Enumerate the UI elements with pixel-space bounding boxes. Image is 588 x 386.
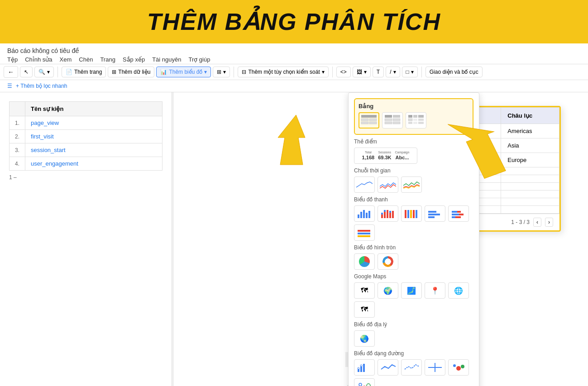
timeseries-icons-row bbox=[354, 176, 473, 193]
menu-item-chinhsua[interactable]: Chỉnh sửa bbox=[25, 56, 52, 63]
table-row: 3. session_start bbox=[10, 143, 163, 157]
cursor-button[interactable]: ↖ bbox=[20, 67, 33, 77]
timeseries-icon-2[interactable] bbox=[378, 176, 398, 193]
separator-2 bbox=[234, 67, 234, 77]
timeseries-svg-2 bbox=[380, 180, 396, 189]
line-button[interactable]: / ▾ bbox=[386, 67, 400, 77]
back-button[interactable]: ← bbox=[4, 66, 18, 78]
timeseries-icon-1[interactable] bbox=[354, 176, 375, 193]
map-icon-3[interactable]: 🗾 bbox=[401, 282, 422, 299]
svg-rect-4 bbox=[369, 122, 377, 124]
svg-rect-7 bbox=[385, 119, 392, 121]
more-options-button[interactable]: ⊞ ▾ bbox=[213, 67, 230, 77]
row-num-4: 4. bbox=[10, 157, 25, 171]
table-icon-1[interactable] bbox=[359, 112, 379, 129]
bar-svg-1 bbox=[357, 208, 372, 219]
add-chart-button[interactable]: 📊 Thêm biểu đồ ▾ bbox=[156, 67, 211, 77]
geo-icon-1[interactable]: 🌏 bbox=[354, 330, 375, 347]
line-icon-2[interactable] bbox=[378, 359, 398, 376]
menu-item-tep[interactable]: Tệp bbox=[7, 56, 18, 63]
menu-item-trang[interactable]: Trang bbox=[100, 56, 115, 63]
svg-point-54 bbox=[360, 365, 362, 367]
bar-icon-6[interactable] bbox=[354, 224, 375, 241]
pie-icon-1[interactable] bbox=[354, 253, 375, 270]
svg-rect-15 bbox=[413, 119, 417, 121]
result-empty-cell-2 bbox=[501, 167, 559, 175]
menu-item-trogiup[interactable]: Trợ giúp bbox=[188, 56, 210, 63]
svg-rect-52 bbox=[363, 364, 365, 372]
svg-rect-36 bbox=[413, 210, 415, 218]
shape-icon: □ bbox=[406, 69, 409, 75]
map-icon-6[interactable]: 🗺 bbox=[354, 301, 375, 318]
add-page-button[interactable]: 📄 Thêm trang bbox=[62, 67, 106, 77]
svg-rect-13 bbox=[418, 115, 424, 118]
separator-4 bbox=[421, 67, 422, 77]
svg-rect-29 bbox=[387, 210, 388, 218]
svg-point-53 bbox=[358, 367, 359, 369]
separator-1 bbox=[57, 67, 58, 77]
bar-svg-5 bbox=[451, 208, 466, 219]
shape-button[interactable]: □ ▾ bbox=[402, 67, 418, 77]
code-button[interactable]: <> bbox=[336, 67, 351, 77]
svg-rect-19 bbox=[418, 122, 424, 124]
report-title: Báo cáo không có tiêu đề bbox=[7, 47, 581, 54]
menu-item-sapxep[interactable]: Sắp xếp bbox=[123, 56, 145, 63]
bang-title: Bảng bbox=[359, 103, 469, 110]
line-icon-6[interactable] bbox=[354, 378, 375, 386]
svg-point-58 bbox=[456, 366, 461, 371]
scorecard-section-title: Thẻ điểm bbox=[354, 138, 473, 145]
add-chart-label: Thêm biểu đồ bbox=[169, 69, 202, 75]
image-button[interactable]: 🖼 ▾ bbox=[353, 67, 371, 77]
theme-button[interactable]: Giao diện và bố cục bbox=[425, 67, 483, 77]
add-control-button[interactable]: ⊟ Thêm một tùy chọn kiểm soát ▾ bbox=[238, 67, 328, 77]
line-icon-5[interactable] bbox=[448, 359, 469, 376]
result-empty-cell-10 bbox=[501, 198, 559, 206]
menu-item-tainguyen[interactable]: Tài nguyên bbox=[152, 56, 181, 63]
result-cell-3-2: Europe bbox=[501, 153, 559, 167]
add-data-button[interactable]: ⊞ Thêm dữ liệu bbox=[108, 67, 154, 77]
geo-icons-row: 🌏 bbox=[354, 330, 473, 347]
table-row: 4. user_engagement bbox=[10, 157, 163, 171]
table-grid-icon-3 bbox=[408, 114, 424, 126]
line-svg-4 bbox=[427, 362, 443, 373]
result-empty-cell-6 bbox=[501, 183, 559, 191]
map-icon-2[interactable]: 🌍 bbox=[378, 282, 398, 299]
timeseries-svg-3 bbox=[403, 180, 420, 189]
table-icon-2[interactable] bbox=[382, 112, 403, 129]
bar-icon-4[interactable] bbox=[425, 205, 445, 222]
timeseries-icon-3[interactable] bbox=[401, 176, 422, 193]
svg-rect-33 bbox=[405, 210, 406, 218]
bar-icon-3[interactable] bbox=[401, 205, 422, 222]
svg-point-62 bbox=[367, 384, 370, 386]
pagination-next-button[interactable]: › bbox=[545, 218, 553, 227]
bar-icon-5[interactable] bbox=[448, 205, 469, 222]
line-svg-3 bbox=[404, 362, 419, 373]
map-icon-5[interactable]: 🌐 bbox=[448, 282, 469, 299]
donut-icon-1[interactable] bbox=[378, 253, 398, 270]
event-table: Tên sự kiện 1. page_view 2. first_visit … bbox=[9, 101, 163, 171]
svg-point-59 bbox=[461, 365, 464, 368]
filter-label[interactable]: + Thêm bộ lọc nhanh bbox=[16, 83, 67, 89]
line-icon-4[interactable] bbox=[425, 359, 445, 376]
svg-point-60 bbox=[359, 383, 362, 386]
svg-rect-6 bbox=[393, 115, 400, 118]
text-button[interactable]: T bbox=[373, 67, 384, 77]
map-icon-1[interactable]: 🗺 bbox=[354, 282, 375, 299]
donut-chart-display bbox=[382, 256, 393, 267]
menu-item-xem[interactable]: Xem bbox=[60, 56, 72, 63]
pagination-prev-button[interactable]: ‹ bbox=[533, 218, 541, 227]
result-cell-1-2: Americas bbox=[501, 124, 559, 138]
svg-rect-48 bbox=[358, 233, 370, 234]
bar-icon-1[interactable] bbox=[354, 205, 375, 222]
map-icon-4[interactable]: 📍 bbox=[425, 282, 445, 299]
menu-bar: Báo cáo không có tiêu đề Tệp Chỉnh sửa X… bbox=[0, 43, 588, 64]
line-section-title: Biểu đồ dạng đường bbox=[354, 350, 473, 357]
bar-icon-2[interactable] bbox=[378, 205, 398, 222]
line-icon-3[interactable] bbox=[401, 359, 422, 376]
zoom-button[interactable]: 🔍 ▾ bbox=[34, 67, 54, 77]
table-icon-3[interactable] bbox=[406, 112, 426, 129]
scorecard-icon-1[interactable]: Total1,168 Sessions69.3K CampaignAbc... bbox=[354, 148, 417, 164]
line-icon-1[interactable] bbox=[354, 359, 375, 376]
menu-item-chen[interactable]: Chèn bbox=[79, 56, 93, 63]
row-name-4: user_engagement bbox=[25, 157, 163, 171]
